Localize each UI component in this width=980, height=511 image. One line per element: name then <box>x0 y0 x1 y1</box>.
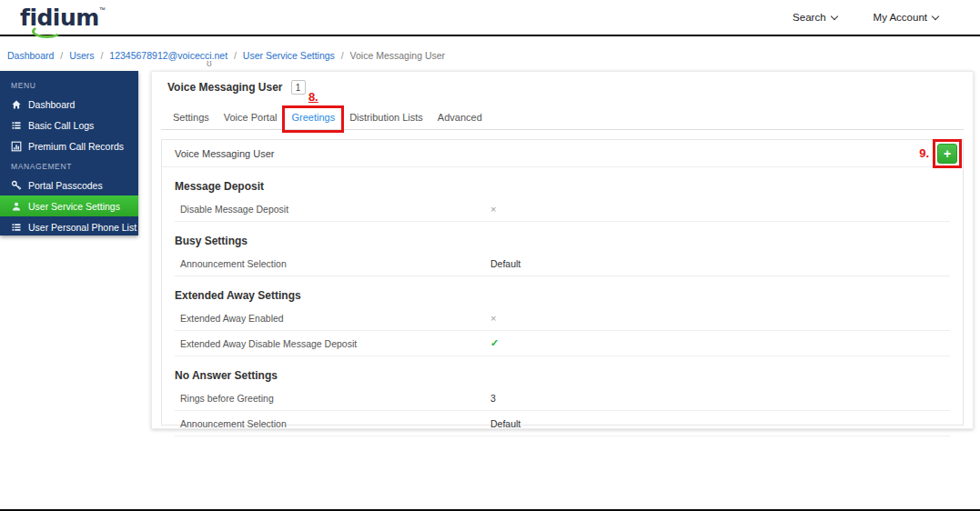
home-icon <box>11 99 22 110</box>
sidebar: MENU Dashboard Basic Call Logs Premium C… <box>0 71 138 235</box>
setting-value: Default <box>490 418 950 429</box>
artifact-glyph: ʊ <box>207 58 212 68</box>
sidebar-section-management: MANAGEMENT <box>0 156 138 175</box>
sidebar-item-label: Dashboard <box>28 99 75 110</box>
sidebar-item-portal-passcodes[interactable]: Portal Passcodes <box>0 175 138 195</box>
breadcrumb: Dashboard / Users / 12345678912@voicecci… <box>0 38 980 71</box>
greetings-panel: Voice Messaging User 9. + Message Deposi… <box>161 139 964 426</box>
setting-label: Extended Away Enabled <box>180 313 490 324</box>
logo-text: fidium <box>20 5 99 31</box>
search-label: Search <box>793 12 825 23</box>
setting-row: Rings before Greeting 3 <box>175 386 950 411</box>
setting-row: Announcement Selection Default <box>175 251 950 276</box>
sidebar-item-user-personal-phone-list[interactable]: User Personal Phone List <box>0 216 138 237</box>
breadcrumb-link-user-service-settings[interactable]: User Service Settings <box>243 50 335 61</box>
edit-button-wrap: + <box>937 144 957 164</box>
annotation-step8: 8. <box>308 90 318 104</box>
tab-settings[interactable]: Settings <box>166 105 217 129</box>
setting-label: Disable Message Deposit <box>180 204 490 215</box>
page-count-badge[interactable]: 1 <box>291 80 306 95</box>
chevron-down-icon <box>830 12 837 19</box>
breadcrumb-link-users[interactable]: Users <box>69 50 94 61</box>
plus-icon: + <box>944 147 951 160</box>
panel-actions: 9. + <box>919 144 957 164</box>
main-card: Voice Messaging User 1 Settings Voice Po… <box>151 71 974 429</box>
breadcrumb-separator: / <box>234 50 237 61</box>
key-icon <box>11 180 22 191</box>
my-account-menu[interactable]: My Account <box>874 12 938 23</box>
section-title-busy-settings: Busy Settings <box>162 231 963 251</box>
my-account-label: My Account <box>874 12 927 23</box>
panel-header: Voice Messaging User 9. + <box>162 140 963 167</box>
cross-icon: × <box>490 204 950 215</box>
top-actions: Search My Account <box>793 12 938 23</box>
tab-greetings-label: Greetings <box>291 112 335 123</box>
add-greeting-button[interactable]: + <box>937 144 957 164</box>
search-menu[interactable]: Search <box>793 12 836 23</box>
tab-bar: Settings Voice Portal Greetings 8. Distr… <box>161 105 964 130</box>
top-bar: fidium™ Search My Account <box>0 0 980 36</box>
setting-row: Extended Away Disable Message Deposit ✓ <box>175 331 950 356</box>
setting-label: Announcement Selection <box>180 258 490 269</box>
list-icon <box>11 222 22 233</box>
sidebar-item-label: Basic Call Logs <box>28 120 94 131</box>
setting-value: 3 <box>490 393 950 404</box>
setting-row: Extended Away Enabled × <box>175 306 950 331</box>
user-icon <box>11 201 22 212</box>
check-icon: ✓ <box>490 337 950 349</box>
annotation-step9: 9. <box>919 146 929 160</box>
breadcrumb-separator: / <box>100 50 103 61</box>
cross-icon: × <box>490 313 950 324</box>
setting-value: Default <box>490 258 950 269</box>
setting-label: Extended Away Disable Message Deposit <box>180 338 490 349</box>
sidebar-item-label: Portal Passcodes <box>28 180 103 191</box>
sidebar-item-premium-call-records[interactable]: Premium Call Records <box>0 135 138 156</box>
tab-advanced[interactable]: Advanced <box>430 105 490 129</box>
panel-title: Voice Messaging User <box>175 148 274 159</box>
logo-trademark: ™ <box>99 6 106 13</box>
section-title-no-answer-settings: No Answer Settings <box>162 366 963 386</box>
setting-label: Announcement Selection <box>180 418 490 429</box>
breadcrumb-separator: / <box>60 50 63 61</box>
sidebar-item-basic-call-logs[interactable]: Basic Call Logs <box>0 115 138 135</box>
card-title-row: Voice Messaging User 1 <box>152 72 973 95</box>
sidebar-section-menu: MENU <box>0 75 138 94</box>
breadcrumb-separator: / <box>341 50 344 61</box>
section-title-extended-away-settings: Extended Away Settings <box>162 286 963 306</box>
breadcrumb-current: Voice Messaging User <box>350 50 445 61</box>
tab-greetings[interactable]: Greetings 8. <box>284 105 342 129</box>
setting-label: Rings before Greeting <box>180 393 490 404</box>
fidium-logo: fidium™ <box>20 6 106 29</box>
tab-distribution-lists[interactable]: Distribution Lists <box>342 105 430 129</box>
list-icon <box>11 120 22 131</box>
sidebar-item-label: User Service Settings <box>28 201 120 212</box>
sidebar-item-label: User Personal Phone List <box>28 222 136 233</box>
page-title: Voice Messaging User <box>167 81 283 94</box>
tab-voice-portal[interactable]: Voice Portal <box>217 105 285 129</box>
sidebar-item-label: Premium Call Records <box>28 141 124 152</box>
logo-swoosh-icon <box>32 25 62 38</box>
section-title-message-deposit: Message Deposit <box>162 176 963 196</box>
sidebar-item-user-service-settings[interactable]: User Service Settings <box>0 195 138 216</box>
chevron-down-icon <box>932 12 939 19</box>
bar-chart-icon <box>11 141 22 152</box>
setting-row: Announcement Selection Default <box>175 411 950 436</box>
sidebar-item-dashboard[interactable]: Dashboard <box>0 94 138 115</box>
breadcrumb-link-dashboard[interactable]: Dashboard <box>7 50 54 61</box>
setting-row: Disable Message Deposit × <box>175 196 950 222</box>
